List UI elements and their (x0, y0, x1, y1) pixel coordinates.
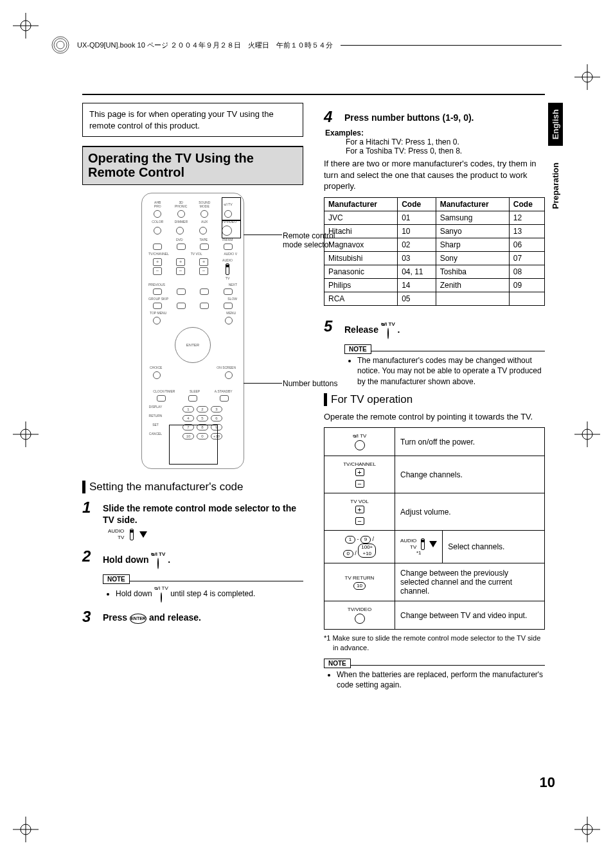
mode-slider-icon (419, 538, 427, 550)
dpad-icon: ENTER (175, 327, 211, 363)
number-buttons-icon: 1 - 9 / 0 / 100++10 (330, 536, 389, 558)
remote-button-icon (225, 317, 233, 324)
crop-mark-icon (13, 817, 39, 842)
arrow-down-icon (429, 541, 437, 547)
crop-mark-icon (13, 13, 39, 39)
language-tab: English (548, 103, 563, 146)
table-row: TV RETURN 10 Change between the previous… (324, 563, 545, 601)
op-intro: Operate the remote control by pointing i… (324, 411, 545, 423)
table-row: Magnavox02Sharp06 (324, 238, 545, 251)
remote-button-icon (224, 303, 233, 309)
step-5: 5 Release ᴓ/I TV . (324, 317, 545, 340)
remote-button-icon (220, 395, 229, 402)
table-row: TV VOL +− Adjust volume. (324, 493, 545, 531)
remote-button-icon (153, 371, 161, 379)
power-tv-icon: ᴓ/I TV (154, 585, 168, 603)
callout-mode-selector: Remote control mode selector (283, 231, 344, 250)
rosette-icon (51, 36, 69, 54)
note-step5: NOTE The manufacturer's codes may be cha… (344, 344, 545, 387)
crop-mark-icon (574, 64, 600, 90)
step-4-examples: Examples: For a Hitachi TV: Press 1, the… (325, 128, 545, 155)
remote-button-icon (224, 288, 233, 295)
step-4-para: If there are two or more manufacturer's … (324, 158, 545, 192)
tv-return-icon: 10 (353, 582, 366, 590)
remote-button-icon (154, 210, 161, 218)
table-row: 1 - 9 / 0 / 100++10 AUDIO TV (324, 531, 545, 563)
remote-button-icon (177, 210, 185, 218)
table-row: JVC01Samsung12 (324, 211, 545, 224)
doc-build-header: UX-QD9[UN].book 10 ページ ２００４年９月２８日 火曜日 午前… (51, 36, 562, 54)
intro-box: This page is for when operating your TV … (82, 103, 303, 137)
remote-button-icon (199, 227, 207, 235)
crop-mark-icon (574, 817, 600, 842)
power-tv-icon (355, 440, 365, 450)
remote-button-icon (200, 244, 209, 250)
remote-button-icon (177, 288, 186, 295)
note-final: NOTE When the batteries are replaced, pe… (324, 659, 545, 690)
top-rule (82, 94, 545, 95)
table-row: TV/CHANNEL +− Change channels. (324, 456, 545, 493)
mode-slider-icon (128, 529, 136, 540)
table-row: TV/VIDEO Change between TV and video inp… (324, 601, 545, 630)
sub-heading-operation: For TV operation (324, 393, 545, 406)
remote-button-icon (200, 210, 208, 218)
remote-button-icon (153, 303, 162, 309)
remote-button-icon (153, 288, 162, 295)
step-2: 2 Hold down ᴓ/I TV . (82, 547, 303, 570)
remote-button-icon (224, 244, 233, 250)
manufacturer-code-table: Manufacturer Code Manufacturer Code JVC0… (324, 197, 545, 306)
tv-video-icon (355, 614, 365, 624)
volume-rocker-icon: +− (330, 506, 389, 525)
svg-point-20 (52, 37, 69, 53)
step-3: 3 Press ENTER and release. (82, 608, 303, 626)
remote-button-icon (153, 244, 162, 250)
table-row: RCA05 (324, 292, 545, 305)
remote-button-icon (153, 317, 161, 324)
remote-button-icon (154, 227, 161, 235)
remote-button-icon (200, 288, 209, 295)
note-step2: NOTE Hold down ᴓ/I TV until step 4 is co… (103, 574, 303, 603)
step-1: 1 Slide the remote control mode selector… (82, 499, 303, 526)
page-number: 10 (540, 774, 555, 791)
footnote-1: *1 Make sure to slide the remote control… (324, 633, 545, 652)
remote-button-icon (188, 395, 197, 402)
main-heading: Operating the TV Using the Remote Contro… (82, 146, 303, 185)
svg-point-18 (57, 41, 64, 49)
section-tab: Preparation (548, 157, 563, 214)
crop-mark-icon (13, 421, 39, 447)
remote-figure: AHB PRO 3D PHONIC SOUND MODE ᴓ/I TV COLO… (103, 193, 283, 469)
table-row: ᴓ/I TV Turn on/off the power. (324, 428, 545, 456)
remote-button-icon (177, 303, 186, 309)
table-row: Mitsubishi03Sony07 (324, 251, 545, 265)
callout-number-buttons: Number buttons (283, 379, 344, 388)
step-4: 4 Press number buttons (1-9, 0). (324, 108, 545, 126)
svg-point-19 (54, 39, 67, 51)
table-row: Hitachi10Sanyo13 (324, 224, 545, 238)
table-row: Philips14Zenith09 (324, 278, 545, 292)
remote-button-icon (177, 244, 186, 250)
sub-heading-setting: Setting the manufacturer's code (82, 481, 303, 493)
table-row: Panasonic04, 11Toshiba08 (324, 265, 545, 278)
mode-slider-icon (226, 263, 229, 275)
remote-button-icon (225, 371, 233, 379)
remote-button-icon (200, 303, 209, 309)
tv-operation-table: ᴓ/I TV Turn on/off the power. TV/CHANNEL… (324, 427, 545, 630)
power-tv-icon: ᴓ/I TV (151, 551, 165, 570)
arrow-down-icon (139, 531, 147, 538)
remote-button-icon (157, 395, 166, 402)
power-tv-icon: ᴓ/I TV (381, 321, 395, 340)
remote-button-icon (176, 227, 184, 235)
enter-icon: ENTER (130, 614, 147, 624)
channel-rocker-icon: +− (330, 468, 389, 488)
crop-mark-icon (574, 421, 600, 447)
side-tabs: English Preparation (548, 103, 563, 214)
doc-build-text: UX-QD9[UN].book 10 ページ ２００４年９月２８日 火曜日 午前… (77, 40, 333, 50)
